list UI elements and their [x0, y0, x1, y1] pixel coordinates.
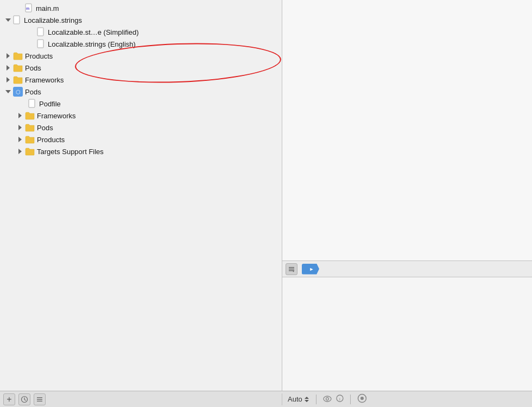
svg-marker-17 — [305, 400, 309, 402]
folder-icon — [25, 124, 35, 132]
tree-item-label: Pods — [25, 88, 41, 96]
pods-group-icon — [13, 87, 23, 97]
tree-item-localizable-english[interactable]: Localizable.strings (English) — [0, 38, 282, 50]
file-icon — [13, 15, 22, 25]
file-icon-m: m — [25, 3, 34, 13]
tree-item-label: Podfile — [39, 100, 61, 108]
tree-item-pods-2[interactable]: Pods — [0, 122, 282, 133]
auto-scheme-selector[interactable]: Auto — [288, 395, 309, 403]
tree-item-label: Localizable.st…e (Simplified) — [48, 28, 139, 36]
folder-icon — [25, 136, 35, 144]
circle-button-right[interactable] — [357, 393, 367, 405]
editor-area — [282, 0, 532, 260]
disclosure-open[interactable] — [4, 16, 12, 24]
svg-rect-7 — [289, 269, 294, 270]
tree-item-main-m[interactable]: m main.m — [0, 2, 282, 14]
view-controls: i — [323, 395, 344, 404]
tree-item-pods-1[interactable]: Pods — [0, 62, 282, 74]
tree-item-products-1[interactable]: Products — [0, 50, 282, 62]
svg-line-12 — [24, 399, 26, 400]
disclosure-closed[interactable] — [4, 52, 12, 60]
disclosure-open[interactable] — [4, 88, 12, 96]
file-navigator: m main.m Localizable.strings — [0, 0, 282, 391]
tree-item-label: Products — [25, 52, 53, 60]
file-tree: m main.m Localizable.strings — [0, 0, 282, 391]
folder-icon — [13, 76, 23, 84]
bottom-left-toolbar: + — [0, 393, 282, 405]
right-toolbar: ► — [282, 261, 532, 277]
folder-icon — [25, 148, 35, 156]
svg-text:m: m — [26, 7, 29, 10]
inspector-area: ► — [282, 261, 532, 391]
tree-item-label: Localizable.strings — [24, 16, 82, 24]
folder-icon — [25, 112, 35, 120]
tree-item-label: Products — [37, 136, 65, 144]
folder-icon — [13, 52, 23, 60]
svg-rect-4 — [37, 40, 43, 48]
eye-button[interactable] — [323, 395, 332, 404]
inspector-content — [282, 277, 532, 391]
svg-rect-15 — [37, 400, 42, 401]
tree-item-podfile[interactable]: Podfile — [0, 98, 282, 110]
svg-rect-6 — [289, 267, 294, 268]
svg-rect-13 — [37, 397, 42, 398]
svg-marker-9 — [293, 271, 294, 272]
svg-point-19 — [326, 397, 328, 400]
recent-files-button[interactable] — [18, 393, 30, 405]
disclosure-closed[interactable] — [16, 124, 24, 131]
file-icon — [37, 39, 46, 49]
svg-rect-14 — [37, 399, 42, 399]
tree-item-targets-support[interactable]: Targets Support Files — [0, 145, 282, 157]
tree-item-label: Targets Support Files — [37, 148, 104, 156]
info-button[interactable]: i — [336, 395, 344, 404]
svg-point-18 — [324, 396, 331, 402]
tree-item-label: Pods — [37, 124, 53, 132]
disclosure-closed[interactable] — [16, 136, 24, 143]
tree-item-frameworks-1[interactable]: Frameworks — [0, 74, 282, 86]
bottom-bar: + Auto — [0, 391, 532, 407]
search-button[interactable] — [34, 393, 46, 405]
tree-item-label: Localizable.strings (English) — [48, 40, 136, 48]
tree-item-label: Frameworks — [37, 112, 76, 120]
toolbar-separator — [316, 395, 316, 404]
svg-point-23 — [360, 397, 364, 400]
tree-item-pods-group[interactable]: Pods — [0, 86, 282, 98]
tag-button[interactable]: ► — [302, 264, 319, 275]
tree-item-label: Pods — [25, 64, 41, 72]
svg-rect-2 — [14, 16, 20, 24]
tree-item-label: Frameworks — [25, 76, 64, 84]
disclosure-closed[interactable] — [16, 148, 24, 155]
disclosure-closed[interactable] — [4, 76, 12, 84]
tree-item-label: main.m — [36, 4, 59, 12]
svg-text:i: i — [339, 397, 340, 402]
tree-item-frameworks-2[interactable]: Frameworks — [0, 110, 282, 122]
folder-icon — [13, 64, 23, 72]
toolbar-separator-2 — [350, 395, 351, 404]
right-pane: ► — [282, 0, 532, 391]
file-icon — [28, 99, 37, 109]
svg-rect-3 — [37, 28, 43, 36]
tree-item-localizable-simplified[interactable]: Localizable.st…e (Simplified) — [0, 26, 282, 38]
svg-rect-5 — [29, 99, 35, 107]
bottom-right-toolbar: Auto i — [282, 393, 532, 405]
tree-item-localizable-strings[interactable]: Localizable.strings — [0, 14, 282, 26]
disclosure-closed[interactable] — [4, 64, 12, 72]
filter-dropdown-button[interactable] — [286, 263, 297, 275]
file-icon — [37, 27, 46, 37]
disclosure-closed[interactable] — [16, 112, 24, 119]
tree-item-products-2[interactable]: Products — [0, 133, 282, 145]
add-button[interactable]: + — [3, 393, 15, 405]
svg-marker-16 — [305, 397, 309, 399]
